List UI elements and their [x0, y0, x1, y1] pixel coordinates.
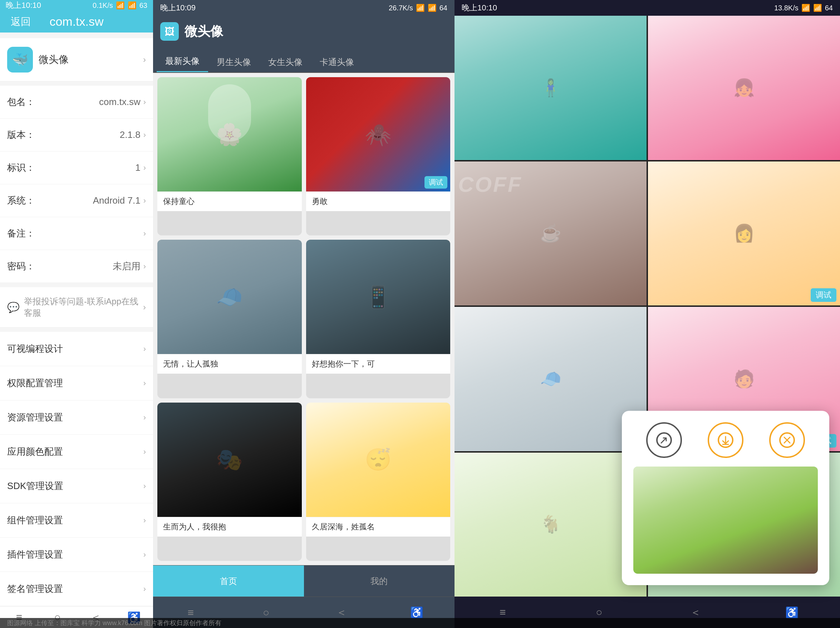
grid-item-1[interactable]: 🌸 保持童心: [157, 77, 302, 235]
popup-preview-image: [633, 466, 818, 574]
panel2-photo-grid: 🌸 保持童心 🕷️ 调试 勇敢 🧢 无情，让人孤独 📱 好想抱你一下，可: [153, 73, 455, 565]
panel1-menu-sdk-label: SDK管理设置: [7, 480, 63, 492]
panel1-menu-signature-label: 签名管理设置: [7, 582, 63, 595]
panel1-password-label: 密码：: [7, 260, 39, 272]
app-icon-emoji: 🐳: [12, 52, 28, 67]
panel1-header: 返回 com.tx.sw: [0, 11, 153, 33]
panel3-status-icons: 13.8K/s 📶 📶 64: [774, 3, 833, 12]
panel1-menu-permission-label: 权限配置管理: [7, 377, 63, 389]
panel1-menu-plugin-label: 插件管理设置: [7, 548, 63, 561]
popup-share-button[interactable]: [646, 422, 682, 458]
panel2: 晚上10:09 26.7K/s 📶 📶 64 🖼 微头像 最新头像 男生头像 女…: [153, 0, 455, 628]
panel1-statusbar: 晚上10:10 0.1K/s 📶 📶 63: [0, 0, 153, 11]
grid-item-6[interactable]: 😴 久居深海，姓孤名: [306, 403, 451, 561]
panel3-popup: [622, 411, 829, 585]
panel1-info-list: 包名： com.tx.sw › 版本： 2.1.8 › 标识： 1 › 系统： …: [0, 86, 153, 283]
panel1-menu-item-sdk[interactable]: SDK管理设置 ›: [0, 469, 153, 503]
panel1-info-notes[interactable]: 备注： ›: [0, 217, 153, 250]
p3-photo-1[interactable]: 🧍‍♀️: [455, 16, 647, 160]
panel1-menu-item-visual[interactable]: 可视编程设计 ›: [0, 332, 153, 366]
panel1-info-password[interactable]: 密码： 未启用 ›: [0, 250, 153, 283]
panel1-menu-item-component[interactable]: 组件管理设置 ›: [0, 503, 153, 538]
popup-download-button[interactable]: [708, 422, 744, 458]
panel1-version-value: 2.1.8: [39, 129, 141, 140]
grid-item-2[interactable]: 🕷️ 调试 勇敢: [306, 77, 451, 235]
panel2-nav-home-label: 首页: [220, 576, 237, 587]
panel1-info-tag[interactable]: 标识： 1 ›: [0, 151, 153, 184]
panel2-header: 🖼 微头像: [153, 16, 455, 47]
panel3-signal: 13.8K/s: [774, 4, 799, 12]
panel1-info-package[interactable]: 包名： com.tx.sw ›: [0, 86, 153, 119]
grid-item-6-image: 😴: [306, 403, 451, 517]
panel1-tag-value: 1: [39, 162, 141, 173]
p3-photo-2[interactable]: 👧: [648, 16, 840, 160]
grid-item-4-caption: 好想抱你一下，可: [306, 354, 451, 374]
panel1-status-icons: 0.1K/s 📶 📶 63: [93, 1, 147, 9]
panel3-time: 晚上10:10: [462, 3, 497, 13]
watermark: 图源网络 上传至：图库宝 科学力 www.k76.com 图片著作权归原创作者所…: [0, 618, 840, 628]
panel2-tab-female[interactable]: 女生头像: [260, 52, 311, 72]
p3-photo-4[interactable]: 👩 调试: [648, 162, 840, 306]
grid-item-2-caption: 勇敢: [306, 192, 451, 211]
p3-photo-5[interactable]: 🧢: [455, 307, 647, 451]
panel1-menu-item-permission[interactable]: 权限配置管理 ›: [0, 366, 153, 400]
panel1-password-value: 未启用: [39, 260, 141, 272]
grid-item-5[interactable]: 🎭 生而为人，我很抱: [157, 403, 302, 561]
panel2-signal: 26.7K/s: [389, 4, 413, 12]
panel2-tab-latest[interactable]: 最新头像: [156, 51, 208, 72]
watermark-text: 图源网络 上传至：图库宝 科学力 www.k76.com 图片著作权归原创作者所…: [7, 619, 221, 627]
panel1-app-info[interactable]: 🐳 微头像 ›: [0, 38, 153, 82]
panel1-menu-item-resource[interactable]: 资源管理设置 ›: [0, 400, 153, 435]
panel3-statusbar: 晚上10:10 13.8K/s 📶 📶 64: [455, 0, 840, 16]
p3-photo-4-debug: 调试: [811, 288, 837, 302]
panel1: 晚上10:10 0.1K/s 📶 📶 63 返回 com.tx.sw 🐳 微头像…: [0, 0, 153, 628]
grid-item-2-image: 🕷️ 调试: [306, 77, 451, 192]
p3-photo-3[interactable]: ☕ COFF: [455, 162, 647, 306]
panel1-info-version[interactable]: 版本： 2.1.8 ›: [0, 119, 153, 151]
panel1-system-value: Android 7.1: [39, 195, 141, 206]
panel1-system-label: 系统：: [7, 194, 39, 207]
panel1-tag-arrow: ›: [144, 163, 146, 173]
panel2-nav-mine-tab[interactable]: 我的: [304, 565, 455, 597]
panel2-header-title: 微头像: [185, 23, 223, 40]
panel2-tab-male[interactable]: 男生头像: [208, 52, 260, 72]
panel1-notes-arrow: ›: [144, 229, 146, 238]
coff-text: COFF: [458, 172, 522, 197]
panel2-nav-home-tab[interactable]: 首页: [153, 565, 304, 597]
panel2-time: 晚上10:09: [160, 3, 196, 13]
panel1-menu-color-label: 应用颜色配置: [7, 445, 63, 458]
popup-actions: [633, 422, 818, 458]
panel3: 晚上10:10 13.8K/s 📶 📶 64 🧍‍♀️ 👧 ☕ COFF 👩 调…: [455, 0, 840, 628]
grid-item-3[interactable]: 🧢 无情，让人孤独: [157, 240, 302, 398]
panel2-status-icons: 26.7K/s 📶 📶 64: [389, 3, 447, 12]
grid-item-4[interactable]: 📱 好想抱你一下，可: [306, 240, 451, 398]
panel3-battery: 64: [825, 4, 833, 12]
panel2-tab-cartoon[interactable]: 卡通头像: [311, 52, 363, 72]
p3-photo-7[interactable]: 🐐: [455, 453, 647, 597]
grid-item-6-caption: 久居深海，姓孤名: [306, 517, 451, 537]
panel1-report-arrow: ›: [143, 302, 146, 312]
panel1-menu-permission-arrow: ›: [144, 379, 146, 388]
panel1-package-arrow: ›: [144, 98, 146, 107]
grid-item-1-image: 🌸: [157, 77, 302, 192]
panel1-menu-visual-arrow: ›: [144, 345, 146, 354]
panel1-package-label: 包名：: [7, 96, 39, 108]
panel1-menu-component-label: 组件管理设置: [7, 514, 63, 527]
panel1-menu-resource-label: 资源管理设置: [7, 411, 63, 424]
panel1-report-row[interactable]: 💬 举报投诉等问题-联系iApp在线客服 ›: [0, 287, 153, 327]
panel1-signal: 0.1K/s: [93, 2, 113, 9]
panel1-menu-color-arrow: ›: [144, 447, 146, 456]
panel1-signal-icon: 📶: [116, 1, 125, 9]
panel1-back-button[interactable]: 返回: [11, 15, 31, 28]
panel1-menu-resource-arrow: ›: [144, 413, 146, 422]
panel1-system-arrow: ›: [144, 196, 146, 205]
panel1-info-system[interactable]: 系统： Android 7.1 ›: [0, 184, 153, 217]
popup-close-button[interactable]: [769, 422, 805, 458]
panel1-menu-item-signature[interactable]: 签名管理设置 ›: [0, 572, 153, 606]
panel1-menu-item-plugin[interactable]: 插件管理设置 ›: [0, 538, 153, 572]
grid-item-1-caption: 保持童心: [157, 192, 302, 211]
panel1-menu-item-color[interactable]: 应用颜色配置 ›: [0, 435, 153, 469]
panel1-app-icon: 🐳: [7, 47, 33, 72]
panel1-version-label: 版本：: [7, 129, 39, 141]
panel1-report-text: 举报投诉等问题-联系iApp在线客服: [24, 296, 143, 319]
